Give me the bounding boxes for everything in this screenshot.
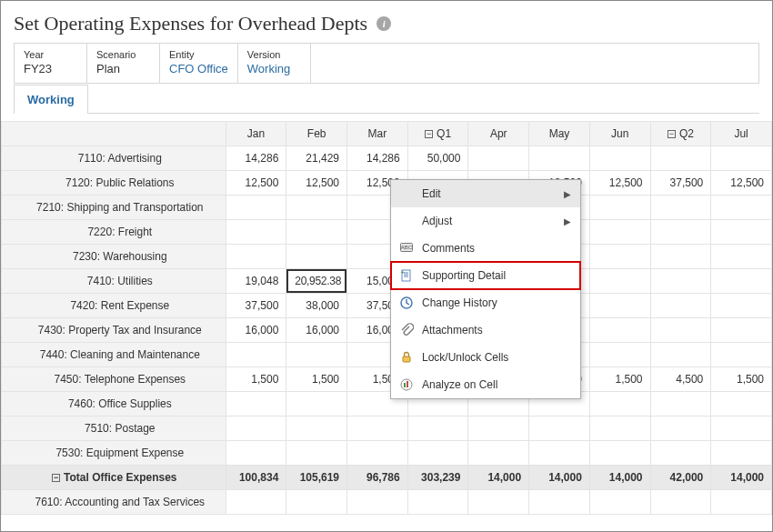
ctx-analyze-on-cell[interactable]: Analyze on Cell [391, 371, 580, 398]
data-cell[interactable] [589, 343, 650, 367]
row-header[interactable]: 7510: Postage [2, 417, 226, 441]
data-cell[interactable] [650, 490, 711, 515]
pov-value-link[interactable]: Working [247, 62, 301, 75]
row-header[interactable]: 7440: Cleaning and Maintenance [2, 343, 226, 367]
row-header[interactable]: 7410: Utilities [2, 269, 226, 294]
data-cell[interactable] [226, 343, 286, 367]
data-cell[interactable] [407, 417, 468, 441]
row-header[interactable]: 7530: Equipment Expense [2, 441, 226, 466]
col-header[interactable]: Feb [286, 122, 347, 146]
row-header[interactable]: 7120: Public Relations [2, 171, 226, 196]
data-cell[interactable]: 4,500 [650, 367, 711, 392]
data-cell[interactable] [589, 269, 650, 294]
row-header[interactable]: 7450: Telephone Expenses [2, 367, 226, 392]
data-cell[interactable]: 37,500 [226, 294, 286, 318]
data-cell[interactable] [347, 441, 408, 466]
data-cell[interactable] [226, 196, 286, 220]
row-header[interactable]: 7460: Office Supplies [2, 392, 226, 417]
data-cell[interactable] [589, 146, 650, 171]
data-cell[interactable] [650, 220, 711, 245]
col-header[interactable]: Jan [226, 122, 286, 146]
pov-scenario[interactable]: Scenario Plan [87, 44, 160, 83]
data-cell[interactable] [650, 294, 711, 318]
data-cell[interactable] [711, 245, 772, 269]
data-cell[interactable]: 14,286 [347, 146, 408, 171]
data-cell[interactable]: 14,000 [529, 466, 590, 490]
data-cell[interactable] [711, 417, 772, 441]
data-cell[interactable] [711, 294, 772, 318]
col-header[interactable]: Jun [589, 122, 650, 146]
pov-year[interactable]: Year FY23 [15, 44, 87, 83]
data-cell[interactable] [711, 343, 772, 367]
data-cell[interactable] [650, 441, 711, 466]
data-cell[interactable] [407, 490, 468, 515]
data-cell[interactable]: 21,429 [286, 146, 347, 171]
ctx-adjust[interactable]: Adjust▶ [391, 207, 580, 235]
tab-working[interactable]: Working [14, 85, 88, 114]
data-cell[interactable]: 37,500 [650, 171, 711, 196]
data-grid[interactable]: JanFebMar−Q1AprMayJun−Q2Jul 7110: Advert… [1, 121, 772, 515]
data-cell[interactable]: 12,500 [589, 171, 650, 196]
row-header[interactable]: 7110: Advertising [2, 146, 226, 171]
cell-editor[interactable]: 20,952.38 [286, 269, 346, 293]
data-cell[interactable] [286, 392, 347, 417]
data-cell[interactable]: 1,500 [589, 367, 650, 392]
data-cell[interactable] [286, 441, 347, 466]
data-cell[interactable] [711, 441, 772, 466]
pov-version[interactable]: Version Working [238, 44, 311, 83]
data-cell[interactable] [650, 269, 711, 294]
ctx-change-history[interactable]: Change History [391, 289, 580, 316]
data-cell[interactable]: 42,000 [650, 466, 711, 490]
pov-entity[interactable]: Entity CFO Office [160, 44, 238, 83]
data-cell[interactable] [589, 441, 650, 466]
data-cell[interactable]: 1,500 [226, 367, 286, 392]
data-cell[interactable] [650, 417, 711, 441]
data-cell[interactable] [711, 392, 772, 417]
data-cell[interactable] [286, 245, 347, 269]
data-cell[interactable] [286, 196, 347, 220]
data-cell[interactable] [468, 146, 529, 171]
data-cell[interactable]: 12,500 [286, 171, 347, 196]
col-header[interactable]: Apr [468, 122, 529, 146]
data-cell[interactable]: 303,239 [407, 466, 468, 490]
row-header[interactable]: 7230: Warehousing [2, 245, 226, 269]
data-cell[interactable] [226, 392, 286, 417]
data-cell[interactable] [589, 318, 650, 343]
collapse-icon[interactable]: − [52, 474, 60, 482]
data-cell[interactable] [589, 392, 650, 417]
row-header[interactable]: 7420: Rent Expense [2, 294, 226, 318]
data-cell[interactable] [468, 441, 529, 466]
data-cell[interactable]: 1,500 [711, 367, 772, 392]
col-header[interactable]: May [529, 122, 590, 146]
pov-value-link[interactable]: CFO Office [169, 62, 228, 75]
data-cell[interactable]: 14,000 [468, 466, 529, 490]
ctx-supporting-detail[interactable]: +Supporting Detail [391, 262, 580, 289]
col-header[interactable]: −Q2 [650, 122, 711, 146]
col-header[interactable]: −Q1 [407, 122, 468, 146]
data-cell[interactable]: 38,000 [286, 294, 347, 318]
data-cell[interactable]: 12,500 [711, 171, 772, 196]
data-cell[interactable] [286, 343, 347, 367]
data-cell[interactable] [650, 146, 711, 171]
data-cell[interactable]: 14,000 [711, 466, 772, 490]
data-cell[interactable] [650, 343, 711, 367]
data-cell[interactable]: 20,952.38 [286, 269, 347, 294]
data-cell[interactable] [529, 146, 590, 171]
data-cell[interactable] [589, 196, 650, 220]
data-cell[interactable] [589, 417, 650, 441]
row-header[interactable]: 7220: Freight [2, 220, 226, 245]
ctx-comments[interactable]: ABCComments [391, 235, 580, 262]
data-cell[interactable] [226, 220, 286, 245]
row-header[interactable]: 7430: Property Tax and Insurance [2, 318, 226, 343]
row-header[interactable]: −Total Office Expenses [2, 466, 226, 490]
row-header[interactable]: 7610: Accounting and Tax Services [2, 490, 226, 515]
data-cell[interactable] [711, 269, 772, 294]
data-cell[interactable]: 96,786 [347, 466, 408, 490]
data-cell[interactable] [529, 490, 590, 515]
collapse-icon[interactable]: − [668, 130, 676, 138]
data-cell[interactable]: 16,000 [286, 318, 347, 343]
data-cell[interactable]: 50,000 [407, 146, 468, 171]
data-cell[interactable] [226, 441, 286, 466]
data-cell[interactable] [589, 294, 650, 318]
data-cell[interactable] [529, 417, 590, 441]
